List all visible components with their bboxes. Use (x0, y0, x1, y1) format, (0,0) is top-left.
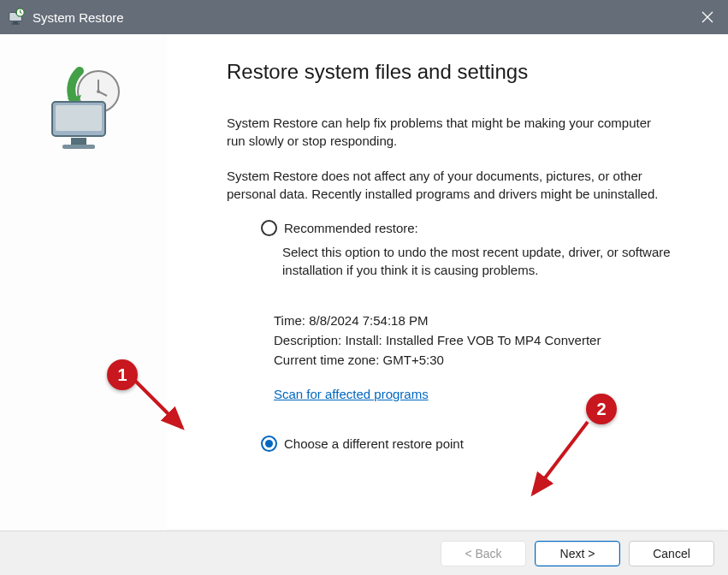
svg-rect-11 (62, 145, 95, 149)
choose-different-label: Choose a different restore point (284, 436, 464, 451)
recommended-restore-radio[interactable]: Recommended restore: (261, 220, 685, 236)
detail-time: Time: 8/8/2024 7:54:18 PM (274, 313, 685, 328)
svg-rect-10 (71, 138, 86, 145)
page-heading: Restore system files and settings (227, 60, 685, 84)
restore-point-details: Time: 8/8/2024 7:54:18 PM Description: I… (227, 313, 685, 418)
recommended-restore-label: Recommended restore: (284, 220, 418, 236)
svg-rect-9 (56, 105, 102, 131)
window-title: System Restore (33, 10, 124, 25)
radio-unchecked-icon (261, 220, 277, 236)
wizard-sidebar (0, 34, 167, 531)
svg-line-13 (134, 380, 182, 428)
detail-desc-value: Install: Installed Free VOB To MP4 Conve… (345, 333, 601, 347)
detail-time-value: 8/8/2024 7:54:18 PM (309, 313, 428, 328)
detail-desc-label: Description: (274, 333, 345, 347)
svg-line-15 (533, 422, 588, 494)
back-button: < Back (441, 541, 526, 566)
detail-time-label: Time: (274, 313, 309, 328)
cancel-button[interactable]: Cancel (629, 541, 714, 566)
radio-checked-icon (261, 436, 277, 452)
detail-tz-value: GMT+5:30 (383, 353, 444, 367)
choose-different-radio[interactable]: Choose a different restore point (227, 436, 685, 452)
close-button[interactable] (687, 0, 728, 34)
intro-paragraph-2: System Restore does not affect any of yo… (227, 167, 672, 203)
wizard-main: Restore system files and settings System… (167, 34, 728, 531)
title-bar: System Restore (0, 0, 728, 34)
recommended-restore-description: Select this option to undo the most rece… (227, 243, 672, 279)
wizard-footer: < Back Next > Cancel (0, 531, 728, 575)
svg-rect-2 (12, 23, 20, 24)
detail-description: Description: Install: Installed Free VOB… (274, 333, 685, 347)
scan-affected-programs-link[interactable]: Scan for affected programs (274, 387, 429, 401)
wizard-body: Restore system files and settings System… (0, 34, 728, 531)
restore-hero-icon (37, 64, 131, 531)
restore-options: Recommended restore: (227, 220, 685, 236)
detail-tz-label: Current time zone: (274, 353, 383, 367)
intro-paragraph-1: System Restore can help fix problems tha… (227, 114, 672, 150)
annotation-arrow-1 (129, 375, 198, 443)
detail-timezone: Current time zone: GMT+5:30 (274, 353, 685, 367)
next-button[interactable]: Next > (535, 541, 620, 566)
svg-rect-1 (13, 22, 17, 24)
system-restore-icon (7, 8, 26, 27)
annotation-arrow-2 (509, 415, 603, 509)
